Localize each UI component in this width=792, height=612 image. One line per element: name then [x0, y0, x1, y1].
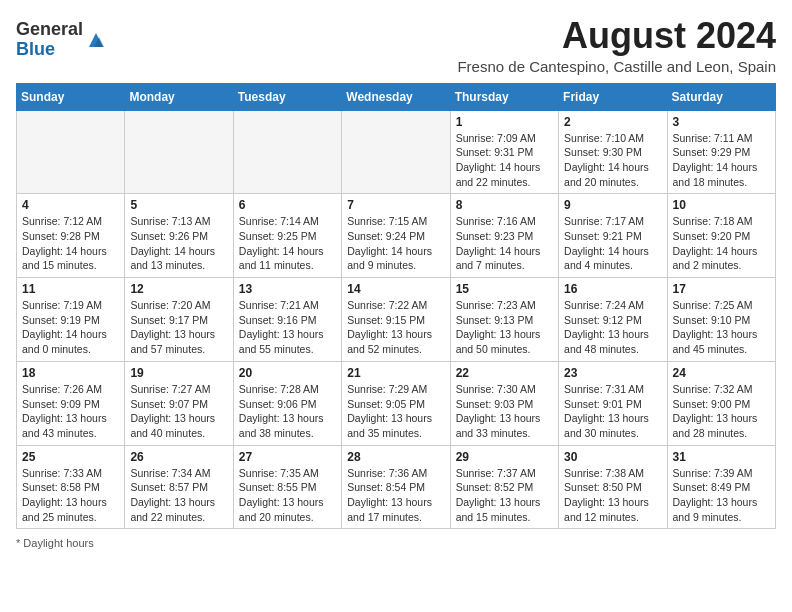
day-info: Sunrise: 7:32 AM Sunset: 9:00 PM Dayligh…	[673, 382, 770, 441]
day-number: 14	[347, 282, 444, 296]
day-info: Sunrise: 7:35 AM Sunset: 8:55 PM Dayligh…	[239, 466, 336, 525]
day-number: 7	[347, 198, 444, 212]
day-number: 10	[673, 198, 770, 212]
day-number: 18	[22, 366, 119, 380]
calendar-day-cell: 24Sunrise: 7:32 AM Sunset: 9:00 PM Dayli…	[667, 361, 775, 445]
day-info: Sunrise: 7:37 AM Sunset: 8:52 PM Dayligh…	[456, 466, 553, 525]
calendar-header-row: SundayMondayTuesdayWednesdayThursdayFrid…	[17, 83, 776, 110]
day-info: Sunrise: 7:11 AM Sunset: 9:29 PM Dayligh…	[673, 131, 770, 190]
day-info: Sunrise: 7:15 AM Sunset: 9:24 PM Dayligh…	[347, 214, 444, 273]
calendar-day-cell: 31Sunrise: 7:39 AM Sunset: 8:49 PM Dayli…	[667, 445, 775, 529]
day-info: Sunrise: 7:20 AM Sunset: 9:17 PM Dayligh…	[130, 298, 227, 357]
calendar-header-cell: Sunday	[17, 83, 125, 110]
day-number: 25	[22, 450, 119, 464]
calendar-day-cell: 19Sunrise: 7:27 AM Sunset: 9:07 PM Dayli…	[125, 361, 233, 445]
calendar-header-cell: Friday	[559, 83, 667, 110]
calendar-day-cell: 25Sunrise: 7:33 AM Sunset: 8:58 PM Dayli…	[17, 445, 125, 529]
day-number: 5	[130, 198, 227, 212]
calendar-week-row: 18Sunrise: 7:26 AM Sunset: 9:09 PM Dayli…	[17, 361, 776, 445]
day-number: 17	[673, 282, 770, 296]
calendar-day-cell: 29Sunrise: 7:37 AM Sunset: 8:52 PM Dayli…	[450, 445, 558, 529]
footer-text: Daylight hours	[23, 537, 93, 549]
calendar-day-cell: 16Sunrise: 7:24 AM Sunset: 9:12 PM Dayli…	[559, 278, 667, 362]
day-info: Sunrise: 7:33 AM Sunset: 8:58 PM Dayligh…	[22, 466, 119, 525]
calendar-day-cell: 27Sunrise: 7:35 AM Sunset: 8:55 PM Dayli…	[233, 445, 341, 529]
day-info: Sunrise: 7:19 AM Sunset: 9:19 PM Dayligh…	[22, 298, 119, 357]
day-info: Sunrise: 7:27 AM Sunset: 9:07 PM Dayligh…	[130, 382, 227, 441]
day-number: 8	[456, 198, 553, 212]
day-number: 29	[456, 450, 553, 464]
day-info: Sunrise: 7:34 AM Sunset: 8:57 PM Dayligh…	[130, 466, 227, 525]
day-info: Sunrise: 7:39 AM Sunset: 8:49 PM Dayligh…	[673, 466, 770, 525]
day-info: Sunrise: 7:30 AM Sunset: 9:03 PM Dayligh…	[456, 382, 553, 441]
day-number: 12	[130, 282, 227, 296]
calendar-day-cell: 3Sunrise: 7:11 AM Sunset: 9:29 PM Daylig…	[667, 110, 775, 194]
day-number: 9	[564, 198, 661, 212]
day-info: Sunrise: 7:21 AM Sunset: 9:16 PM Dayligh…	[239, 298, 336, 357]
calendar-header-cell: Monday	[125, 83, 233, 110]
day-info: Sunrise: 7:09 AM Sunset: 9:31 PM Dayligh…	[456, 131, 553, 190]
day-info: Sunrise: 7:29 AM Sunset: 9:05 PM Dayligh…	[347, 382, 444, 441]
day-info: Sunrise: 7:22 AM Sunset: 9:15 PM Dayligh…	[347, 298, 444, 357]
day-info: Sunrise: 7:13 AM Sunset: 9:26 PM Dayligh…	[130, 214, 227, 273]
day-number: 24	[673, 366, 770, 380]
calendar-day-cell: 14Sunrise: 7:22 AM Sunset: 9:15 PM Dayli…	[342, 278, 450, 362]
day-info: Sunrise: 7:24 AM Sunset: 9:12 PM Dayligh…	[564, 298, 661, 357]
calendar-day-cell: 2Sunrise: 7:10 AM Sunset: 9:30 PM Daylig…	[559, 110, 667, 194]
calendar-day-cell: 6Sunrise: 7:14 AM Sunset: 9:25 PM Daylig…	[233, 194, 341, 278]
calendar-day-cell: 22Sunrise: 7:30 AM Sunset: 9:03 PM Dayli…	[450, 361, 558, 445]
footer-note: * Daylight hours	[16, 537, 776, 549]
day-info: Sunrise: 7:18 AM Sunset: 9:20 PM Dayligh…	[673, 214, 770, 273]
day-number: 16	[564, 282, 661, 296]
day-number: 26	[130, 450, 227, 464]
calendar-day-cell: 28Sunrise: 7:36 AM Sunset: 8:54 PM Dayli…	[342, 445, 450, 529]
day-info: Sunrise: 7:28 AM Sunset: 9:06 PM Dayligh…	[239, 382, 336, 441]
calendar-week-row: 25Sunrise: 7:33 AM Sunset: 8:58 PM Dayli…	[17, 445, 776, 529]
page-title: August 2024	[457, 16, 776, 56]
day-info: Sunrise: 7:38 AM Sunset: 8:50 PM Dayligh…	[564, 466, 661, 525]
calendar-body: 1Sunrise: 7:09 AM Sunset: 9:31 PM Daylig…	[17, 110, 776, 529]
day-number: 27	[239, 450, 336, 464]
calendar-table: SundayMondayTuesdayWednesdayThursdayFrid…	[16, 83, 776, 530]
day-info: Sunrise: 7:36 AM Sunset: 8:54 PM Dayligh…	[347, 466, 444, 525]
calendar-header-cell: Thursday	[450, 83, 558, 110]
logo: General Blue	[16, 20, 107, 60]
day-info: Sunrise: 7:31 AM Sunset: 9:01 PM Dayligh…	[564, 382, 661, 441]
day-info: Sunrise: 7:10 AM Sunset: 9:30 PM Dayligh…	[564, 131, 661, 190]
day-number: 11	[22, 282, 119, 296]
page-header: General Blue August 2024 Fresno de Cante…	[16, 16, 776, 75]
calendar-day-cell: 9Sunrise: 7:17 AM Sunset: 9:21 PM Daylig…	[559, 194, 667, 278]
day-number: 23	[564, 366, 661, 380]
calendar-day-cell	[342, 110, 450, 194]
day-number: 31	[673, 450, 770, 464]
calendar-day-cell: 10Sunrise: 7:18 AM Sunset: 9:20 PM Dayli…	[667, 194, 775, 278]
day-number: 20	[239, 366, 336, 380]
day-number: 28	[347, 450, 444, 464]
calendar-day-cell: 4Sunrise: 7:12 AM Sunset: 9:28 PM Daylig…	[17, 194, 125, 278]
calendar-day-cell: 12Sunrise: 7:20 AM Sunset: 9:17 PM Dayli…	[125, 278, 233, 362]
calendar-day-cell: 13Sunrise: 7:21 AM Sunset: 9:16 PM Dayli…	[233, 278, 341, 362]
calendar-week-row: 1Sunrise: 7:09 AM Sunset: 9:31 PM Daylig…	[17, 110, 776, 194]
logo-icon	[85, 29, 107, 51]
calendar-week-row: 4Sunrise: 7:12 AM Sunset: 9:28 PM Daylig…	[17, 194, 776, 278]
calendar-day-cell: 20Sunrise: 7:28 AM Sunset: 9:06 PM Dayli…	[233, 361, 341, 445]
day-number: 30	[564, 450, 661, 464]
calendar-day-cell	[17, 110, 125, 194]
calendar-day-cell: 23Sunrise: 7:31 AM Sunset: 9:01 PM Dayli…	[559, 361, 667, 445]
day-info: Sunrise: 7:23 AM Sunset: 9:13 PM Dayligh…	[456, 298, 553, 357]
calendar-day-cell: 15Sunrise: 7:23 AM Sunset: 9:13 PM Dayli…	[450, 278, 558, 362]
day-number: 19	[130, 366, 227, 380]
calendar-day-cell: 5Sunrise: 7:13 AM Sunset: 9:26 PM Daylig…	[125, 194, 233, 278]
calendar-day-cell	[125, 110, 233, 194]
logo-blue: Blue	[16, 39, 55, 59]
calendar-day-cell: 8Sunrise: 7:16 AM Sunset: 9:23 PM Daylig…	[450, 194, 558, 278]
day-info: Sunrise: 7:26 AM Sunset: 9:09 PM Dayligh…	[22, 382, 119, 441]
day-number: 13	[239, 282, 336, 296]
calendar-day-cell: 7Sunrise: 7:15 AM Sunset: 9:24 PM Daylig…	[342, 194, 450, 278]
calendar-week-row: 11Sunrise: 7:19 AM Sunset: 9:19 PM Dayli…	[17, 278, 776, 362]
day-number: 3	[673, 115, 770, 129]
day-info: Sunrise: 7:17 AM Sunset: 9:21 PM Dayligh…	[564, 214, 661, 273]
day-number: 15	[456, 282, 553, 296]
logo-general: General	[16, 19, 83, 39]
day-info: Sunrise: 7:14 AM Sunset: 9:25 PM Dayligh…	[239, 214, 336, 273]
